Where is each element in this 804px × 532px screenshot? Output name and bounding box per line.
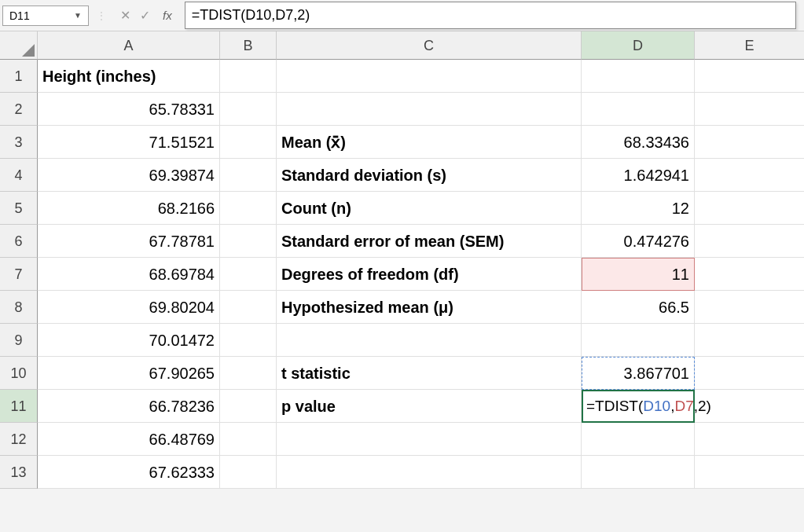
row-header-8[interactable]: 8	[0, 291, 38, 324]
cell-B9[interactable]	[220, 324, 277, 357]
cell-D4[interactable]: 1.642941	[582, 159, 695, 192]
cell-D1[interactable]	[582, 60, 695, 93]
col-header-E[interactable]: E	[695, 31, 804, 60]
cell-C9[interactable]	[277, 324, 582, 357]
formula-buttons: ✕ ✓ fx	[114, 8, 182, 23]
cell-B1[interactable]	[220, 60, 277, 93]
cell-B4[interactable]	[220, 159, 277, 192]
cell-B10[interactable]	[220, 357, 277, 390]
cell-E9[interactable]	[695, 324, 804, 357]
cell-A12[interactable]: 66.48769	[38, 423, 220, 456]
grid: A B C D E 1 Height (inches) 2 65.78331 3…	[0, 31, 804, 489]
cell-E3[interactable]	[695, 126, 804, 159]
cell-C13[interactable]	[277, 456, 582, 489]
cell-D3[interactable]: 68.33436	[582, 126, 695, 159]
formula-bar: D11 ▼ ⋮ ✕ ✓ fx =TDIST(D10,D7,2)	[0, 0, 804, 31]
cell-C10[interactable]: t statistic	[277, 357, 582, 390]
cell-C2[interactable]	[277, 93, 582, 126]
cell-D6[interactable]: 0.474276	[582, 225, 695, 258]
row-header-7[interactable]: 7	[0, 258, 38, 291]
cell-E6[interactable]	[695, 225, 804, 258]
cell-A11[interactable]: 66.78236	[38, 390, 220, 423]
cell-C1[interactable]	[277, 60, 582, 93]
row-header-12[interactable]: 12	[0, 423, 38, 456]
cell-B11[interactable]	[220, 390, 277, 423]
cell-A1[interactable]: Height (inches)	[38, 60, 220, 93]
cell-C3[interactable]: Mean (x̄)	[277, 126, 582, 159]
cell-A2[interactable]: 65.78331	[38, 93, 220, 126]
cell-E13[interactable]	[695, 456, 804, 489]
row-header-3[interactable]: 3	[0, 126, 38, 159]
row-header-11[interactable]: 11	[0, 390, 38, 423]
formula-input[interactable]: =TDIST(D10,D7,2)	[185, 2, 796, 29]
cell-E5[interactable]	[695, 192, 804, 225]
cell-A6[interactable]: 67.78781	[38, 225, 220, 258]
cell-E2[interactable]	[695, 93, 804, 126]
col-header-A[interactable]: A	[38, 31, 220, 60]
cell-C11[interactable]: p value	[277, 390, 582, 423]
cancel-icon[interactable]: ✕	[120, 8, 130, 23]
cell-E7[interactable]	[695, 258, 804, 291]
name-box-value: D11	[9, 9, 30, 22]
select-all-corner[interactable]	[0, 31, 38, 60]
chevron-down-icon[interactable]: ▼	[74, 11, 82, 20]
cell-B3[interactable]	[220, 126, 277, 159]
cell-D5[interactable]: 12	[582, 192, 695, 225]
cell-B13[interactable]	[220, 456, 277, 489]
col-header-C[interactable]: C	[277, 31, 582, 60]
cell-B8[interactable]	[220, 291, 277, 324]
row-header-1[interactable]: 1	[0, 60, 38, 93]
cell-D8[interactable]: 66.5	[582, 291, 695, 324]
cell-B7[interactable]	[220, 258, 277, 291]
cell-A13[interactable]: 67.62333	[38, 456, 220, 489]
cell-C8[interactable]: Hypothesized mean (μ)	[277, 291, 582, 324]
spreadsheet: A B C D E 1 Height (inches) 2 65.78331 3…	[0, 31, 804, 489]
cell-D12[interactable]	[582, 423, 695, 456]
cell-C12[interactable]	[277, 423, 582, 456]
name-box[interactable]: D11 ▼	[2, 6, 89, 26]
row-header-6[interactable]: 6	[0, 225, 38, 258]
cell-D2[interactable]	[582, 93, 695, 126]
cell-B2[interactable]	[220, 93, 277, 126]
row-header-9[interactable]: 9	[0, 324, 38, 357]
cell-A4[interactable]: 69.39874	[38, 159, 220, 192]
cell-D10[interactable]: 3.867701	[582, 357, 695, 390]
cell-C7[interactable]: Degrees of freedom (df)	[277, 258, 582, 291]
cell-A8[interactable]: 69.80204	[38, 291, 220, 324]
cell-E8[interactable]	[695, 291, 804, 324]
cell-E10[interactable]	[695, 357, 804, 390]
cell-D7[interactable]: 11	[582, 258, 695, 291]
cell-D11[interactable]: =TDIST(D10,D7,2)	[582, 390, 695, 423]
cell-A9[interactable]: 70.01472	[38, 324, 220, 357]
cell-A7[interactable]: 68.69784	[38, 258, 220, 291]
cell-D9[interactable]	[582, 324, 695, 357]
cell-C4[interactable]: Standard deviation (s)	[277, 159, 582, 192]
cell-B6[interactable]	[220, 225, 277, 258]
col-header-D[interactable]: D	[582, 31, 695, 60]
row-header-2[interactable]: 2	[0, 93, 38, 126]
row-header-5[interactable]: 5	[0, 192, 38, 225]
cell-C6[interactable]: Standard error of mean (SEM)	[277, 225, 582, 258]
divider: ⋮	[97, 10, 106, 21]
enter-icon[interactable]: ✓	[140, 8, 150, 23]
cell-A10[interactable]: 67.90265	[38, 357, 220, 390]
row-header-10[interactable]: 10	[0, 357, 38, 390]
cell-B12[interactable]	[220, 423, 277, 456]
fx-icon[interactable]: fx	[163, 9, 172, 22]
cell-E4[interactable]	[695, 159, 804, 192]
cell-C5[interactable]: Count (n)	[277, 192, 582, 225]
col-header-B[interactable]: B	[220, 31, 277, 60]
row-header-13[interactable]: 13	[0, 456, 38, 489]
row-header-4[interactable]: 4	[0, 159, 38, 192]
cell-E12[interactable]	[695, 423, 804, 456]
cell-A3[interactable]: 71.51521	[38, 126, 220, 159]
cell-B5[interactable]	[220, 192, 277, 225]
cell-D13[interactable]	[582, 456, 695, 489]
cell-A5[interactable]: 68.2166	[38, 192, 220, 225]
cell-E1[interactable]	[695, 60, 804, 93]
